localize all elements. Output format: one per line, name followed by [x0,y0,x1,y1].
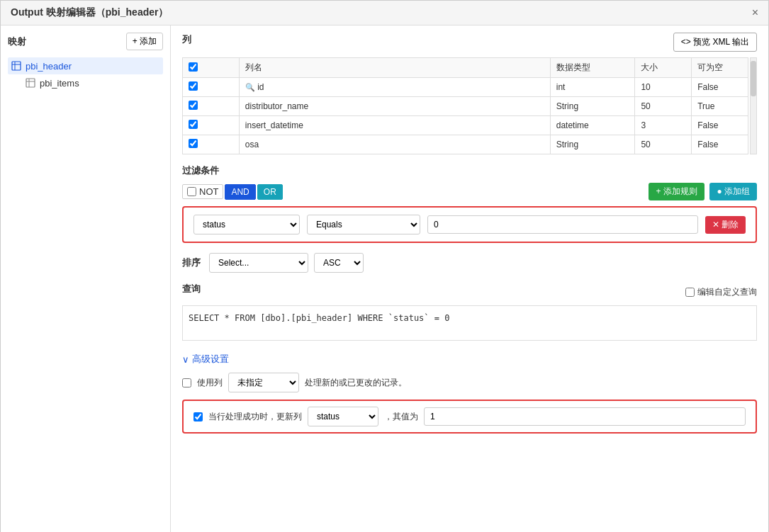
tree-item-label: pbi_header [26,61,72,72]
update-column-select[interactable]: status [308,407,378,426]
not-group: NOT [182,184,223,199]
col-name-osa: osa [239,135,550,154]
col-null-id: False [692,78,748,97]
advanced-section: ∨ 高级设置 使用列 未指定 处理新的或已更改的记录。 当行处理成功时 [182,353,757,434]
not-label: NOT [199,186,218,197]
columns-table-wrapper: 列名 数据类型 大小 可为空 🔍 id [182,57,757,154]
dialog: Output 映射编辑器（pbi_header） × 映射 + 添加 pbi_h… [0,0,769,532]
query-textarea[interactable]: SELECT * FROM [dbo].[pbi_header] WHERE `… [182,305,757,341]
use-column-row: 使用列 未指定 处理新的或已更改的记录。 [182,373,757,392]
col-type-osa: String [550,135,635,154]
query-header: 查询 编辑自定义查询 [182,283,757,301]
col-size-distributor: 50 [635,97,692,116]
col-type-distributor: String [550,97,635,116]
columns-table: 列名 数据类型 大小 可为空 🔍 id [182,57,748,154]
scrollbar-thumb [751,61,756,96]
advanced-title-text: 高级设置 [192,353,229,366]
add-buttons-group: + 添加规则 ● 添加组 [649,183,757,200]
tree-child: pbi_items [8,74,163,91]
table-icon [11,60,22,72]
add-rule-button[interactable]: + 添加规则 [649,183,704,200]
chevron-down-icon: ∨ [182,354,189,365]
add-group-button[interactable]: ● 添加组 [709,183,757,200]
col-null-distributor: True [692,97,748,116]
filter-value-input[interactable] [427,215,698,234]
sort-field-select[interactable]: Select... [209,253,308,273]
not-checkbox[interactable] [187,187,196,196]
close-button[interactable]: × [752,6,758,19]
col-checkbox-distributor[interactable] [189,101,198,110]
delete-rule-button[interactable]: ✕ 删除 [705,216,746,234]
advanced-toggle[interactable]: ∨ 高级设置 [182,353,757,366]
select-all-checkbox[interactable] [189,62,198,72]
columns-scrollbar[interactable] [750,57,757,154]
col-checkbox-id[interactable] [189,81,198,91]
table-row: distributor_name String 50 True [183,97,748,116]
col-header-size: 大小 [635,58,692,78]
dialog-body: 映射 + 添加 pbi_header [1,26,768,532]
col-header-nullable: 可为空 [692,58,748,78]
columns-table-head: 列名 数据类型 大小 可为空 [183,58,748,78]
filter-field-select[interactable]: status id distributor_name insert_dateti… [193,215,300,234]
logic-group: NOT AND OR [182,184,283,200]
update-row-checkbox[interactable] [193,412,203,421]
or-button[interactable]: OR [257,184,283,200]
left-panel: 映射 + 添加 pbi_header [1,26,171,532]
col-type-id: int [550,78,635,97]
filter-rule-box: status id distributor_name insert_dateti… [182,206,757,243]
tree-item-pbi-header[interactable]: pbi_header [8,57,163,74]
table-icon-2 [25,77,36,89]
filter-section: 过滤条件 NOT AND OR + 添加规则 ● 添加组 [182,164,757,243]
col-checkbox-osa[interactable] [189,139,198,148]
tree-item-pbi-items[interactable]: pbi_items [22,74,163,91]
col-name-insert: insert_datetime [239,116,550,135]
col-header-name: 列名 [239,58,550,78]
query-title: 查询 [182,283,201,295]
columns-title: 列 [182,33,191,46]
col-checkbox-insert[interactable] [189,120,198,129]
use-column-suffix: 处理新的或已更改的记录。 [305,377,407,389]
use-column-select[interactable]: 未指定 [228,373,299,392]
col-type-insert: datetime [550,116,635,135]
update-value-input[interactable] [424,407,746,426]
columns-section: 列 <> 预览 XML 输出 列名 数据类型 大小 [182,33,757,154]
filter-title: 过滤条件 [182,164,757,177]
columns-table-body: 🔍 id int 10 False distributor_name St [183,78,748,154]
use-column-checkbox[interactable] [182,378,191,387]
dialog-title-bar: Output 映射编辑器（pbi_header） × [1,1,768,26]
col-size-id: 10 [635,78,692,97]
svg-rect-3 [26,79,35,87]
left-panel-title: 映射 [8,35,26,48]
tree-item-label-2: pbi_items [40,78,79,89]
sort-order-select[interactable]: ASC DESC [314,253,364,273]
custom-query-checkbox[interactable] [685,288,695,297]
col-name-distributor: distributor_name [239,97,550,116]
and-button[interactable]: AND [225,184,255,200]
col-null-insert: False [692,116,748,135]
custom-query-text: 编辑自定义查询 [697,286,757,298]
filter-logic-row: NOT AND OR + 添加规则 ● 添加组 [182,183,757,200]
sort-label: 排序 [182,256,201,269]
table-row: insert_datetime datetime 3 False [183,116,748,135]
columns-header: 列 <> 预览 XML 输出 [182,33,757,52]
advanced-content: 使用列 未指定 处理新的或已更改的记录。 当行处理成功时，更新列 status … [182,373,757,434]
use-column-label: 使用列 [197,377,223,389]
add-mapping-button[interactable]: + 添加 [126,33,163,50]
svg-rect-0 [12,62,21,70]
filter-operator-select[interactable]: Equals Not Equals Greater Than Less Than [307,215,420,234]
col-name-id: 🔍 id [239,78,550,97]
sort-section: 排序 Select... ASC DESC [182,253,757,273]
table-row: osa String 50 False [183,135,748,154]
col-size-insert: 3 [635,116,692,135]
col-size-osa: 50 [635,135,692,154]
query-section: 查询 编辑自定义查询 SELECT * FROM [dbo].[pbi_head… [182,283,757,343]
col-null-osa: False [692,135,748,154]
right-panel: 列 <> 预览 XML 输出 列名 数据类型 大小 [171,26,768,532]
update-row-suffix: ，其值为 [384,411,418,423]
left-panel-header: 映射 + 添加 [8,33,163,50]
key-icon: 🔍 [245,83,255,91]
preview-xml-button[interactable]: <> 预览 XML 输出 [673,33,757,52]
col-header-type: 数据类型 [550,58,635,78]
update-row-prefix: 当行处理成功时，更新列 [208,411,302,423]
custom-query-label: 编辑自定义查询 [685,286,757,298]
